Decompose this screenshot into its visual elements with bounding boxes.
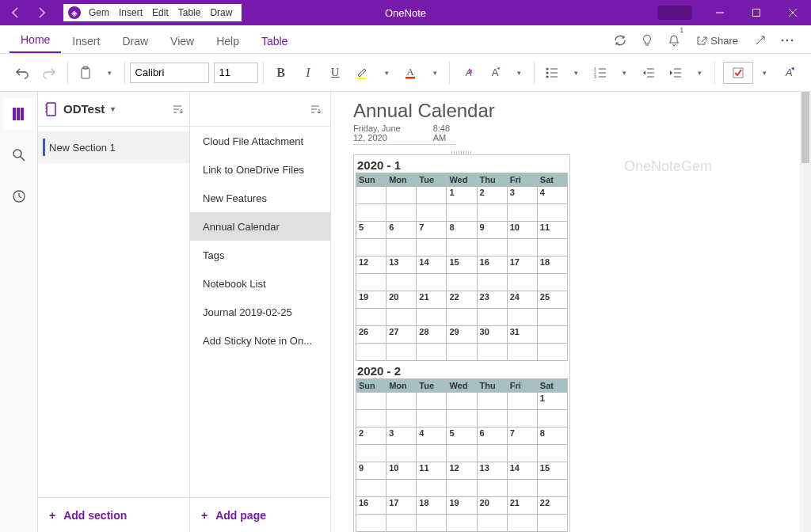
highlight-button[interactable] [349, 59, 375, 86]
calendar-cell-body[interactable] [537, 410, 567, 428]
gem-menu-gem[interactable]: Gem [89, 7, 109, 18]
calendar-cell-body[interactable] [477, 445, 507, 462]
calendar-cell-body[interactable] [386, 515, 417, 532]
calendar-cell-body[interactable] [537, 239, 567, 256]
vertical-scrollbar[interactable] [800, 92, 811, 532]
add-page-button[interactable]: + Add page [190, 497, 330, 532]
undo-button[interactable] [10, 59, 35, 86]
page-item[interactable]: Notebook List [190, 269, 330, 298]
calendar-cell[interactable]: 3 [386, 428, 417, 445]
calendar-cell-body[interactable] [477, 274, 507, 291]
calendar-cell[interactable] [477, 393, 507, 410]
notebooks-rail-button[interactable] [3, 98, 35, 130]
calendar-cell-body[interactable] [537, 309, 567, 326]
page-title[interactable]: Annual Calendar [353, 100, 778, 122]
calendar-cell[interactable] [417, 393, 447, 410]
calendar-cell-body[interactable] [447, 309, 477, 326]
calendar-cell[interactable]: 21 [507, 497, 537, 515]
calendar-cell-body[interactable] [386, 274, 417, 291]
gem-menu-edit[interactable]: Edit [152, 7, 169, 18]
styles-button[interactable]: A [776, 59, 801, 86]
gem-menu-insert[interactable]: Insert [119, 7, 143, 18]
calendar-cell-body[interactable] [356, 309, 386, 326]
calendar-cell[interactable]: 21 [417, 291, 447, 309]
calendar-cell[interactable]: 16 [477, 256, 507, 274]
calendar-cell-body[interactable] [477, 239, 507, 256]
calendar-cell[interactable]: 27 [386, 326, 417, 344]
calendar-cell-body[interactable] [507, 445, 537, 462]
calendar-cell-body[interactable] [507, 480, 537, 497]
calendar-cell-body[interactable] [356, 344, 386, 361]
sort-icon[interactable] [172, 104, 183, 115]
calendar-cell-body[interactable] [477, 480, 507, 497]
page-item[interactable]: Tags [190, 241, 330, 269]
calendar-cell[interactable]: 19 [356, 291, 386, 309]
calendar-container[interactable]: 2020 - 1SunMonTueWedThuFriSat12345678910… [353, 154, 570, 532]
recent-rail-button[interactable] [3, 180, 35, 212]
calendar-cell[interactable]: 13 [386, 256, 417, 274]
calendar-cell[interactable]: 11 [537, 222, 567, 239]
calendar-cell[interactable]: 22 [447, 291, 477, 309]
calendar-cell-body[interactable] [417, 410, 447, 428]
calendar-cell[interactable]: 14 [417, 256, 447, 274]
calendar-cell[interactable] [447, 393, 477, 410]
clipboard-button[interactable] [73, 59, 98, 86]
calendar-cell[interactable]: 18 [417, 497, 447, 515]
calendar-cell[interactable]: 24 [507, 291, 537, 309]
calendar-table[interactable]: SunMonTueWedThuFriSat1234567891011121314… [356, 173, 568, 361]
clear-formatting-button[interactable]: A [455, 59, 480, 86]
calendar-cell[interactable]: 8 [537, 428, 567, 445]
bullet-list-dropdown[interactable]: ▾ [566, 59, 586, 86]
calendar-cell[interactable]: 9 [356, 462, 386, 480]
page-item[interactable]: New Features [190, 184, 330, 212]
calendar-cell[interactable]: 7 [417, 222, 447, 239]
calendar-cell-body[interactable] [356, 515, 386, 532]
calendar-cell[interactable]: 31 [507, 326, 537, 344]
calendar-cell-body[interactable] [417, 480, 447, 497]
calendar-cell-body[interactable] [417, 239, 447, 256]
calendar-cell-body[interactable] [507, 515, 537, 532]
calendar-cell[interactable]: 4 [537, 187, 567, 204]
more-options-icon[interactable] [779, 28, 795, 53]
format-painter-button[interactable]: A [482, 59, 508, 86]
calendar-cell[interactable]: 12 [447, 462, 477, 480]
calendar-cell-body[interactable] [356, 480, 386, 497]
calendar-cell-body[interactable] [477, 515, 507, 532]
calendar-cell[interactable]: 1 [537, 393, 567, 410]
calendar-cell[interactable] [356, 393, 386, 410]
calendar-cell-body[interactable] [537, 445, 567, 462]
calendar-cell-body[interactable] [417, 445, 447, 462]
bold-button[interactable]: B [268, 59, 293, 86]
calendar-cell[interactable]: 9 [477, 222, 507, 239]
calendar-cell[interactable]: 17 [507, 256, 537, 274]
calendar-cell-body[interactable] [356, 410, 386, 428]
calendar-cell-body[interactable] [417, 344, 447, 361]
scrollbar-thumb[interactable] [801, 92, 809, 163]
tab-home[interactable]: Home [10, 27, 61, 53]
calendar-cell[interactable]: 26 [356, 326, 386, 344]
clipboard-dropdown[interactable]: ▾ [100, 59, 120, 86]
calendar-cell[interactable]: 1 [447, 187, 477, 204]
calendar-cell[interactable]: 19 [447, 497, 477, 515]
calendar-cell[interactable] [356, 187, 386, 204]
maximize-button[interactable] [738, 0, 775, 25]
calendar-cell-body[interactable] [507, 204, 537, 222]
calendar-cell-body[interactable] [417, 309, 447, 326]
more-font-dropdown[interactable]: ▾ [509, 59, 529, 86]
page-canvas[interactable]: Annual Calendar Friday, June 12, 2020 8:… [331, 92, 800, 532]
calendar-cell-body[interactable] [356, 274, 386, 291]
font-size-input[interactable] [214, 63, 258, 83]
highlight-dropdown[interactable]: ▾ [377, 59, 397, 86]
calendar-cell-body[interactable] [356, 204, 386, 222]
calendar-cell[interactable]: 10 [507, 222, 537, 239]
calendar-cell[interactable]: 12 [356, 256, 386, 274]
calendar-cell-body[interactable] [386, 410, 417, 428]
calendar-cell-body[interactable] [447, 204, 477, 222]
calendar-cell-body[interactable] [537, 204, 567, 222]
calendar-cell[interactable]: 11 [417, 462, 447, 480]
redo-button[interactable] [36, 59, 62, 86]
calendar-cell-body[interactable] [386, 480, 417, 497]
calendar-cell[interactable]: 10 [386, 462, 417, 480]
underline-button[interactable]: U [322, 59, 348, 86]
calendar-cell[interactable]: 23 [477, 291, 507, 309]
